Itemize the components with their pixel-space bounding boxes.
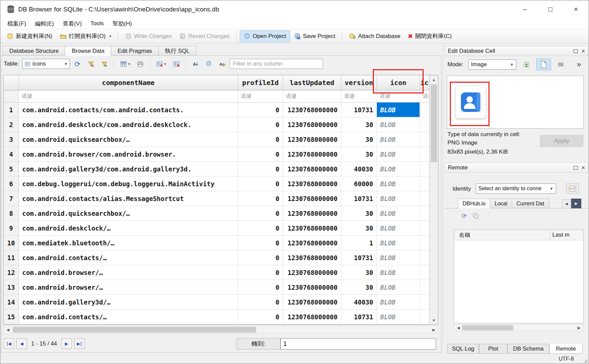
cell-profileId[interactable]: 0 <box>238 103 283 117</box>
cell-lastUpdated[interactable]: 1230768000000 <box>283 132 341 147</box>
cell-componentName[interactable]: com.android.gallery3d/com.android.galler… <box>19 162 238 176</box>
cell-componentName[interactable]: com.android.contacts/com.android.contact… <box>19 103 238 117</box>
cell-ic[interactable] <box>420 103 429 117</box>
tab-scroll-right-icon[interactable]: ▶ <box>571 199 581 208</box>
dock-float-icon[interactable] <box>574 166 578 170</box>
cell-profileId[interactable]: 0 <box>238 176 283 191</box>
save-project-button[interactable]: Save Project <box>290 31 339 42</box>
cell-componentName[interactable]: com.android.quicksearchbox/… <box>19 132 238 147</box>
sort-button[interactable]: A <box>189 58 201 69</box>
menu-help[interactable]: 幫助(H) <box>108 18 136 29</box>
row-number[interactable]: 13 <box>4 280 19 295</box>
filter-input-lastUpdated[interactable]: 過濾 <box>283 90 341 103</box>
dock-close-icon[interactable]: × <box>581 165 585 171</box>
cell-profileId[interactable]: 0 <box>238 162 283 176</box>
cell-lastUpdated[interactable]: 1230768000000 <box>283 162 341 176</box>
import-data-button[interactable] <box>520 59 533 70</box>
print-button[interactable] <box>134 58 146 69</box>
cell-ic[interactable] <box>420 206 429 221</box>
cell-componentName[interactable]: com.android.browser/… <box>19 280 238 295</box>
tab-browse-data[interactable]: Browse Data <box>65 46 111 56</box>
first-record-button[interactable]: |◀ <box>4 338 14 349</box>
cell-componentName[interactable]: com.android.contacts/… <box>19 310 238 324</box>
cell-lastUpdated[interactable]: 1230768000000 <box>283 295 341 310</box>
dock-float-icon[interactable] <box>574 49 578 53</box>
dock-close-icon[interactable]: × <box>581 48 585 54</box>
tab-edit-pragmas[interactable]: Edit Pragmas <box>111 46 159 56</box>
new-database-button[interactable]: 新建資料庫(N) <box>3 31 56 42</box>
horizontal-scroll-thumb[interactable] <box>13 327 256 333</box>
minimize-button[interactable]: – <box>512 0 538 18</box>
column-header-version[interactable]: version <box>341 75 377 90</box>
row-number[interactable]: 6 <box>4 176 19 191</box>
last-record-button[interactable]: ▶| <box>74 338 85 349</box>
filter-input-componentName[interactable]: 過濾 <box>19 90 238 103</box>
cell-icon[interactable]: BLOB <box>377 132 420 147</box>
filter-input-profileId[interactable]: 過濾 <box>238 90 283 103</box>
cell-profileId[interactable]: 0 <box>238 295 283 310</box>
cell-version[interactable]: 30 <box>341 221 377 236</box>
vertical-scrollbar[interactable]: ▲ ▼ <box>429 75 438 324</box>
cell-icon[interactable]: BLOB <box>377 310 420 324</box>
cell-version[interactable]: 40030 <box>341 295 377 310</box>
cell-componentName[interactable]: com.android.quicksearchbox/… <box>19 206 238 221</box>
cell-lastUpdated[interactable]: 1230768000000 <box>283 103 341 117</box>
cell-version[interactable]: 30 <box>341 132 377 147</box>
cell-icon[interactable]: BLOB <box>377 280 420 295</box>
image-view-toggle[interactable] <box>536 58 551 70</box>
refresh-button[interactable]: ⟳ <box>71 58 83 69</box>
import-certificate-button[interactable] <box>566 184 579 194</box>
display-format-button[interactable]: ▾ <box>117 58 133 69</box>
cell-version[interactable]: 10731 <box>341 310 377 324</box>
filter-any-column-input[interactable] <box>230 59 323 69</box>
cell-ic[interactable] <box>420 191 429 206</box>
cell-icon[interactable]: BLOB <box>377 103 420 117</box>
remote-clone-button[interactable] <box>471 211 480 220</box>
cell-icon[interactable]: BLOB <box>377 221 420 236</box>
encoding-indicator[interactable]: UTF-8 <box>559 356 574 362</box>
cell-profileId[interactable]: 0 <box>238 280 283 295</box>
cell-ic[interactable] <box>420 176 429 191</box>
cell-lastUpdated[interactable]: 1230768000000 <box>283 206 341 221</box>
cell-version[interactable]: 30 <box>341 280 377 295</box>
cell-ic[interactable] <box>420 310 429 324</box>
panel-splitter[interactable] <box>441 43 443 354</box>
cell-ic[interactable] <box>420 236 429 250</box>
row-number[interactable]: 2 <box>4 117 19 132</box>
menu-tools[interactable]: Tools <box>86 19 108 28</box>
word-wrap-toggle[interactable] <box>555 59 567 70</box>
cell-version[interactable]: 10731 <box>341 103 377 117</box>
tab-database-structure[interactable]: Database Structure <box>3 46 65 56</box>
row-number[interactable]: 10 <box>4 236 19 250</box>
cell-profileId[interactable]: 0 <box>238 310 283 324</box>
menu-file[interactable]: 檔案(F) <box>3 18 31 29</box>
cell-profileId[interactable]: 0 <box>238 147 283 162</box>
tab-execute-sql[interactable]: 執行 SQL <box>158 46 196 56</box>
dock-tab-plot[interactable]: Plot <box>479 344 507 354</box>
cell-version[interactable]: 30 <box>341 265 377 280</box>
column-header-componentName[interactable]: componentName <box>19 75 238 90</box>
remote-tab-local[interactable]: Local <box>490 199 512 208</box>
filter-input-ic[interactable]: 過濾 <box>420 90 429 103</box>
cell-profileId[interactable]: 0 <box>238 191 283 206</box>
cell-ic[interactable] <box>420 162 429 176</box>
cell-version[interactable]: 40030 <box>341 162 377 176</box>
cell-lastUpdated[interactable]: 1230768000000 <box>283 280 341 295</box>
column-header-icon[interactable]: icon <box>377 75 420 90</box>
cell-profileId[interactable]: 0 <box>238 132 283 147</box>
goto-record-input[interactable] <box>280 338 436 350</box>
cell-componentName[interactable]: com.android.browser/com.android.browser. <box>19 147 238 162</box>
filter-input-version[interactable]: 過濾 <box>341 90 377 103</box>
cell-icon[interactable]: BLOB <box>377 206 420 221</box>
cell-icon[interactable]: BLOB <box>377 295 420 310</box>
previous-record-button[interactable]: ◀ <box>16 338 27 349</box>
revert-changes-button[interactable]: Revert Changes <box>175 31 233 42</box>
row-number[interactable]: 5 <box>4 162 19 176</box>
scroll-right-icon[interactable]: ▶ <box>575 324 583 331</box>
horizontal-scrollbar[interactable]: ◀ ▶ <box>3 326 438 334</box>
cell-lastUpdated[interactable]: 1230768000000 <box>283 265 341 280</box>
cell-lastUpdated[interactable]: 1230768000000 <box>283 147 341 162</box>
write-changes-button[interactable]: Write Changes <box>121 31 175 42</box>
remote-scroll-thumb[interactable] <box>462 325 513 330</box>
tab-scroll-left-icon[interactable]: ◀ <box>562 199 571 208</box>
